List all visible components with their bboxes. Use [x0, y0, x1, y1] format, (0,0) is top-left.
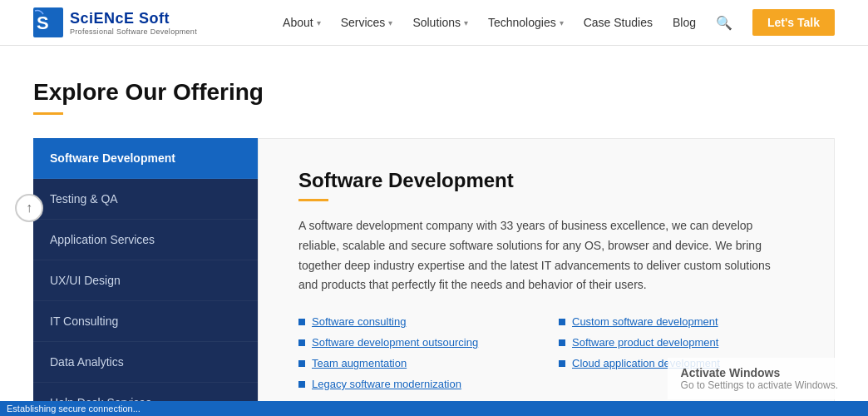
- svg-text:S: S: [37, 12, 49, 33]
- search-icon[interactable]: 🔍: [716, 15, 732, 31]
- offering-layout: Software Development Testing & QA Applic…: [33, 138, 835, 416]
- nav-case-studies[interactable]: Case Studies: [584, 16, 653, 29]
- main-nav: About ▾ Services ▾ Solutions ▾ Technolog…: [283, 9, 835, 36]
- nav-about[interactable]: About ▾: [283, 16, 321, 29]
- sidebar-item-uxui-design[interactable]: UX/UI Design: [33, 260, 258, 301]
- logo-text-block: SciENcE Soft Professional Software Devel…: [70, 10, 197, 36]
- chevron-down-icon: ▾: [560, 18, 564, 27]
- chevron-down-icon: ▾: [464, 18, 468, 27]
- content-description: A software development company with 33 y…: [298, 216, 781, 295]
- status-text: Establishing secure connection...: [7, 404, 141, 414]
- content-panel: Software Development A software developm…: [258, 138, 835, 416]
- bullet-icon: [559, 360, 565, 367]
- logo-tagline: Professional Software Development: [70, 27, 197, 36]
- list-item: Custom software development: [559, 315, 794, 328]
- bullet-icon: [298, 381, 305, 388]
- status-bar: Establishing secure connection...: [0, 401, 868, 416]
- list-item: Software consulting: [298, 315, 534, 328]
- list-item: Software product development: [559, 336, 794, 349]
- bullet-icon: [298, 339, 305, 346]
- bullet-icon: [298, 319, 305, 325]
- chevron-down-icon: ▾: [388, 18, 392, 27]
- sidebar-item-software-development[interactable]: Software Development: [33, 138, 258, 179]
- logo[interactable]: S SciENcE Soft Professional Software Dev…: [33, 7, 197, 37]
- scroll-up-button[interactable]: ↑: [15, 194, 43, 222]
- bullet-icon: [298, 360, 305, 367]
- link-team-augmentation[interactable]: Team augmentation: [312, 357, 407, 369]
- bullet-icon: [559, 339, 565, 346]
- link-software-consulting[interactable]: Software consulting: [312, 315, 406, 328]
- chevron-down-icon: ▾: [317, 18, 321, 27]
- nav-blog[interactable]: Blog: [673, 16, 696, 29]
- list-item: Cloud application development: [559, 357, 794, 369]
- list-item: Software development outsourcing: [298, 336, 534, 349]
- links-grid: Software consulting Custom software deve…: [298, 315, 794, 390]
- page-title: Explore Our Offering: [33, 79, 835, 106]
- logo-icon: S: [33, 7, 63, 37]
- content-title-underline: [298, 199, 328, 201]
- nav-solutions[interactable]: Solutions ▾: [412, 16, 468, 29]
- link-legacy-modernization[interactable]: Legacy software modernization: [312, 378, 461, 390]
- sidebar-item-it-consulting[interactable]: IT Consulting: [33, 301, 258, 342]
- lets-talk-button[interactable]: Let's Talk: [752, 9, 835, 36]
- sidebar: Software Development Testing & QA Applic…: [33, 138, 258, 416]
- logo-name: SciENcE Soft: [70, 10, 197, 27]
- nav-services[interactable]: Services ▾: [341, 16, 393, 29]
- link-software-product-dev[interactable]: Software product development: [572, 336, 718, 349]
- header: S SciENcE Soft Professional Software Dev…: [0, 0, 868, 46]
- content-title: Software Development: [298, 169, 794, 192]
- nav-technologies[interactable]: Technologies ▾: [488, 16, 564, 29]
- link-software-dev-outsourcing[interactable]: Software development outsourcing: [312, 336, 478, 349]
- sidebar-item-testing-qa[interactable]: Testing & QA: [33, 179, 258, 220]
- bullet-icon: [559, 319, 565, 325]
- sidebar-item-data-analytics[interactable]: Data Analytics: [33, 342, 258, 383]
- sidebar-item-application-services[interactable]: Application Services: [33, 220, 258, 260]
- link-cloud-application-dev[interactable]: Cloud application development: [572, 357, 720, 369]
- title-underline: [33, 112, 63, 115]
- list-item: Legacy software modernization: [298, 378, 534, 390]
- list-item: Team augmentation: [298, 357, 534, 369]
- main-content: Explore Our Offering Software Developmen…: [0, 46, 868, 416]
- link-custom-software-development[interactable]: Custom software development: [572, 315, 718, 328]
- arrow-up-icon: ↑: [26, 201, 32, 215]
